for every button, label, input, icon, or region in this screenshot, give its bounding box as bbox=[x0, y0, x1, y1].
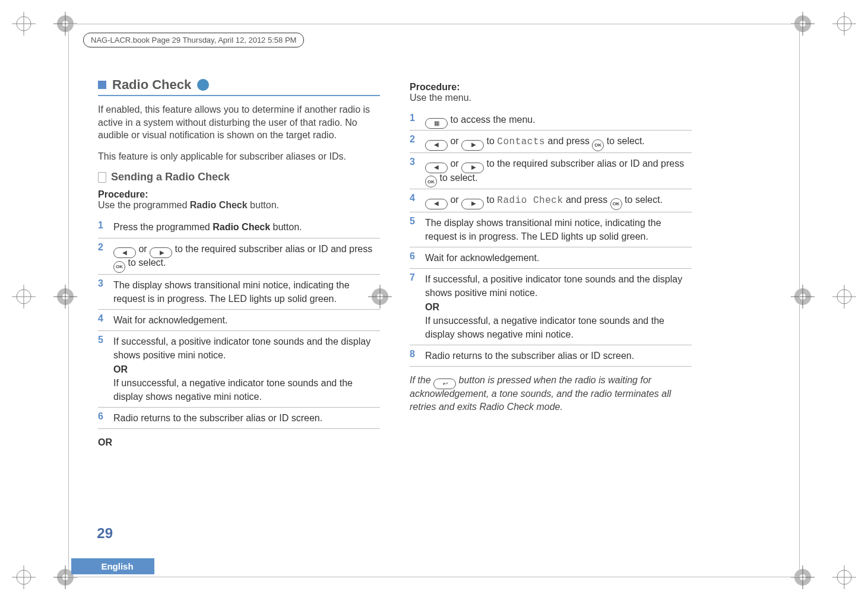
step: 6 Wait for acknowledgement. bbox=[410, 247, 692, 269]
step: 1 Press the programmed Radio Check butto… bbox=[98, 217, 380, 238]
ok-key-icon: OK bbox=[425, 176, 437, 187]
step-number: 8 bbox=[410, 349, 418, 360]
back-key-icon bbox=[433, 379, 456, 389]
procedure-intro: Use the menu. bbox=[410, 93, 692, 103]
step-text: If successful, a positive indicator tone… bbox=[113, 335, 380, 403]
step-number: 6 bbox=[98, 411, 106, 422]
step-text: to access the menu. bbox=[425, 113, 536, 126]
left-key-icon bbox=[113, 247, 136, 258]
right-column: Procedure: Use the menu. 1 to access the… bbox=[410, 77, 692, 448]
step: 7 If successful, a positive indicator to… bbox=[410, 269, 692, 345]
step-number: 5 bbox=[98, 335, 106, 345]
step-number: 4 bbox=[410, 193, 418, 203]
right-key-icon bbox=[461, 199, 484, 209]
right-key-icon bbox=[461, 163, 484, 173]
registration-mark-icon bbox=[832, 565, 856, 589]
step-text: If successful, a positive indicator tone… bbox=[425, 272, 692, 341]
step-number: 2 bbox=[98, 242, 106, 253]
step-number: 4 bbox=[98, 313, 106, 324]
step: 4 Wait for acknowledgement. bbox=[98, 310, 380, 331]
left-column: Radio Check If enabled, this feature all… bbox=[98, 77, 380, 448]
section-marker-icon bbox=[98, 81, 106, 89]
section-title: Radio Check bbox=[112, 77, 191, 93]
step: 2 or to Contacts and press OK to select. bbox=[410, 131, 692, 153]
left-key-icon bbox=[425, 163, 448, 173]
step-text: or to Radio Check and press OK to select… bbox=[425, 193, 663, 208]
page-icon bbox=[98, 172, 106, 183]
step-text: The display shows transitional mini noti… bbox=[113, 278, 380, 306]
step-text: Press the programmed Radio Check button. bbox=[113, 220, 302, 234]
step: 2 or to the required subscriber alias or… bbox=[98, 239, 380, 275]
step-text: Wait for acknowledgement. bbox=[425, 251, 539, 265]
procedure-label: Procedure: bbox=[410, 82, 692, 93]
right-key-icon bbox=[461, 140, 484, 151]
step-text: Wait for acknowledgement. bbox=[113, 313, 227, 327]
or-separator: OR bbox=[98, 437, 380, 448]
language-label: English bbox=[71, 558, 154, 574]
step-number: 6 bbox=[410, 251, 418, 262]
step: 6 Radio returns to the subscriber alias … bbox=[98, 408, 380, 429]
page-number: 29 bbox=[71, 525, 113, 542]
intro-paragraph: This feature is only applicable for subs… bbox=[98, 150, 380, 163]
section-divider bbox=[98, 95, 380, 96]
page-number-area: 29 bbox=[71, 525, 113, 542]
procedure-intro: Use the programmed Radio Check button. bbox=[98, 200, 380, 211]
step-text: or to the required subscriber alias or I… bbox=[113, 242, 380, 271]
ok-key-icon: OK bbox=[592, 139, 604, 151]
step-number: 5 bbox=[410, 216, 418, 227]
left-key-icon bbox=[425, 140, 448, 151]
step: 5 The display shows transitional mini no… bbox=[410, 212, 692, 247]
step-text: Radio returns to the subscriber alias or… bbox=[113, 411, 322, 425]
menu-key-icon bbox=[425, 118, 448, 129]
file-header: NAG-LACR.book Page 29 Thursday, April 12… bbox=[83, 33, 304, 47]
step: 5 If successful, a positive indicator to… bbox=[98, 331, 380, 408]
step-text: or to Contacts and press OK to select. bbox=[425, 134, 645, 149]
step-number: 1 bbox=[410, 113, 418, 123]
sub-heading: Sending a Radio Check bbox=[111, 171, 230, 183]
step: 3 or to the required subscriber alias or… bbox=[410, 153, 692, 189]
step-number: 3 bbox=[98, 278, 106, 289]
ok-key-icon: OK bbox=[610, 198, 622, 210]
step-number: 2 bbox=[410, 134, 418, 145]
step-number: 7 bbox=[410, 272, 418, 283]
step-text: or to the required subscriber alias or I… bbox=[425, 157, 692, 185]
step-number: 1 bbox=[98, 220, 106, 231]
step: 8 Radio returns to the subscriber alias … bbox=[410, 345, 692, 367]
procedure-label: Procedure: bbox=[98, 189, 380, 200]
step-number: 3 bbox=[410, 157, 418, 167]
step: 3 The display shows transitional mini no… bbox=[98, 275, 380, 310]
registration-mark-icon bbox=[12, 565, 36, 589]
step-text: The display shows transitional mini noti… bbox=[425, 216, 692, 243]
registration-mark-icon bbox=[12, 285, 36, 309]
step: 1 to access the menu. bbox=[410, 109, 692, 131]
footnote: If the button is pressed when the radio … bbox=[410, 374, 692, 414]
step-text: Radio returns to the subscriber alias or… bbox=[425, 349, 634, 362]
feature-icon bbox=[197, 79, 209, 91]
registration-mark-icon bbox=[12, 12, 36, 36]
left-key-icon bbox=[425, 199, 448, 209]
registration-mark-icon bbox=[832, 285, 856, 309]
intro-paragraph: If enabled, this feature allows you to d… bbox=[98, 103, 380, 142]
right-key-icon bbox=[150, 247, 172, 258]
registration-mark-icon bbox=[832, 12, 856, 36]
step: 4 or to Radio Check and press OK to sele… bbox=[410, 189, 692, 212]
ok-key-icon: OK bbox=[113, 261, 125, 273]
